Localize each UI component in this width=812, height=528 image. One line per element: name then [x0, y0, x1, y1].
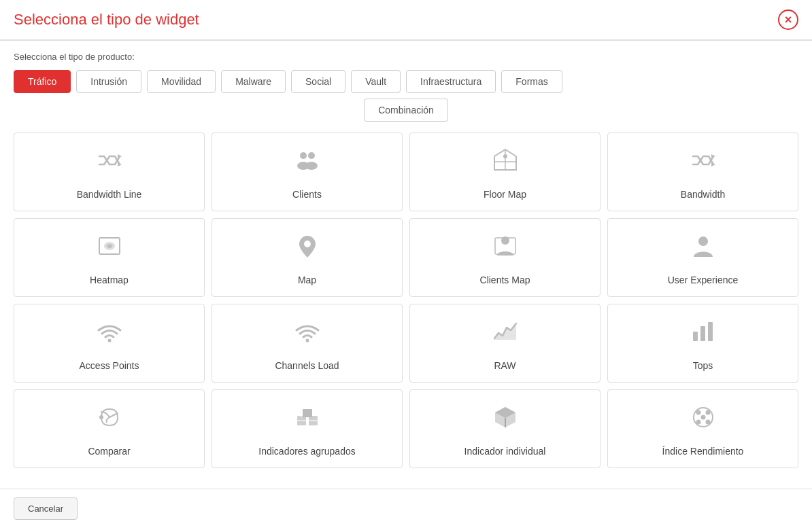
svg-point-13 [304, 241, 311, 247]
widget-user-experience[interactable]: User Experience [607, 218, 798, 297]
clients-icon [294, 147, 321, 183]
svg-rect-21 [700, 326, 705, 341]
map-pin-icon [294, 232, 321, 269]
widgets-grid: Bandwidth Line Clients [14, 133, 798, 468]
tab-movilidad[interactable]: Movilidad [147, 70, 216, 93]
svg-point-17 [107, 339, 111, 342]
compare-icon [96, 404, 123, 440]
svg-point-37 [705, 420, 710, 425]
widget-label: Channels Load [275, 360, 339, 371]
tab-trafico[interactable]: Tráfico [14, 70, 71, 93]
svg-point-34 [696, 410, 700, 415]
svg-point-3 [308, 152, 315, 159]
close-button[interactable]: × [778, 10, 798, 30]
svg-rect-26 [303, 409, 312, 417]
tab-vault[interactable]: Vault [351, 70, 401, 93]
floor-map-icon [492, 147, 519, 183]
widget-label: Bandwidth [681, 189, 725, 200]
modal-header: Selecciona el tipo de widget × [0, 0, 812, 41]
svg-point-38 [700, 415, 705, 420]
widget-label: Heatmap [90, 275, 129, 285]
widget-comparar[interactable]: Comparar [14, 389, 205, 468]
widget-label: Clients [292, 189, 322, 200]
widget-floor-map[interactable]: Floor Map [409, 133, 600, 211]
modal-title: Selecciona el tipo de widget [14, 11, 199, 29]
widget-label: Indicadores agrupados [258, 446, 355, 457]
svg-point-18 [305, 339, 309, 342]
widget-indice-rendimiento[interactable]: Índice Rendimiento [607, 389, 798, 468]
heatmap-icon [96, 232, 123, 269]
svg-point-12 [107, 244, 112, 248]
area-chart-icon [492, 318, 519, 355]
widget-tops[interactable]: Tops [607, 304, 798, 383]
bar-chart-icon [690, 318, 717, 355]
svg-rect-20 [693, 332, 698, 341]
svg-point-5 [305, 162, 318, 170]
svg-point-35 [705, 410, 710, 415]
svg-point-36 [696, 420, 700, 425]
widget-label: Map [298, 275, 316, 285]
widget-clients[interactable]: Clients [212, 133, 403, 211]
widget-label: Bandwidth Line [77, 189, 142, 200]
widget-access-points[interactable]: Access Points [14, 304, 205, 383]
clients-map-icon [492, 232, 519, 269]
bandwidth-icon [690, 147, 717, 183]
tabs-row-center: Combinación [14, 99, 798, 122]
boxes-icon [294, 404, 321, 440]
user-icon [690, 232, 717, 269]
widget-clients-map[interactable]: Clients Map [409, 218, 600, 297]
widget-heatmap[interactable]: Heatmap [14, 218, 205, 297]
widget-bandwidth[interactable]: Bandwidth [607, 133, 798, 211]
widget-bandwidth-line[interactable]: Bandwidth Line [14, 133, 205, 211]
modal-body: Selecciona el tipo de producto: Tráfico … [0, 41, 812, 489]
widget-label: Access Points [80, 360, 139, 371]
svg-point-7 [503, 154, 507, 158]
widget-label: Tops [693, 360, 713, 371]
widget-map[interactable]: Map [212, 218, 403, 297]
tab-infraestructura[interactable]: Infraestructura [406, 70, 496, 93]
palette-icon [690, 404, 717, 440]
tab-combinacion[interactable]: Combinación [364, 99, 448, 122]
widget-label: Índice Rendimiento [662, 446, 744, 457]
tab-intrusion[interactable]: Intrusión [76, 70, 141, 93]
widget-label: Clients Map [480, 275, 530, 285]
svg-point-16 [698, 236, 708, 246]
cancel-button[interactable]: Cancelar [14, 497, 78, 520]
widget-indicador-individual[interactable]: Indicador individual [409, 389, 600, 468]
widget-label: RAW [494, 360, 515, 371]
channels-wifi-icon [294, 318, 321, 355]
tab-malware[interactable]: Malware [221, 70, 286, 93]
widget-type-modal: Selecciona el tipo de widget × Seleccion… [0, 0, 812, 528]
widget-channels-load[interactable]: Channels Load [212, 304, 403, 383]
widget-label: Indicador individual [464, 446, 546, 457]
tab-formas[interactable]: Formas [501, 70, 562, 93]
svg-marker-19 [494, 323, 516, 340]
tabs-row: Tráfico Intrusión Movilidad Malware Soci… [14, 70, 798, 93]
widget-label: Floor Map [484, 189, 526, 200]
cube-icon [492, 404, 519, 440]
widget-label: User Experience [668, 275, 739, 285]
modal-footer: Cancelar [0, 489, 812, 528]
product-type-label: Selecciona el tipo de producto: [14, 52, 798, 62]
svg-point-2 [300, 152, 307, 159]
svg-point-23 [99, 415, 103, 419]
shuffle-icon [96, 147, 123, 183]
widget-raw[interactable]: RAW [409, 304, 600, 383]
wifi-icon [96, 318, 123, 355]
widget-indicadores-agrupados[interactable]: Indicadores agrupados [212, 389, 403, 468]
tab-social[interactable]: Social [291, 70, 345, 93]
widget-label: Comparar [88, 446, 130, 457]
svg-rect-22 [708, 322, 713, 341]
